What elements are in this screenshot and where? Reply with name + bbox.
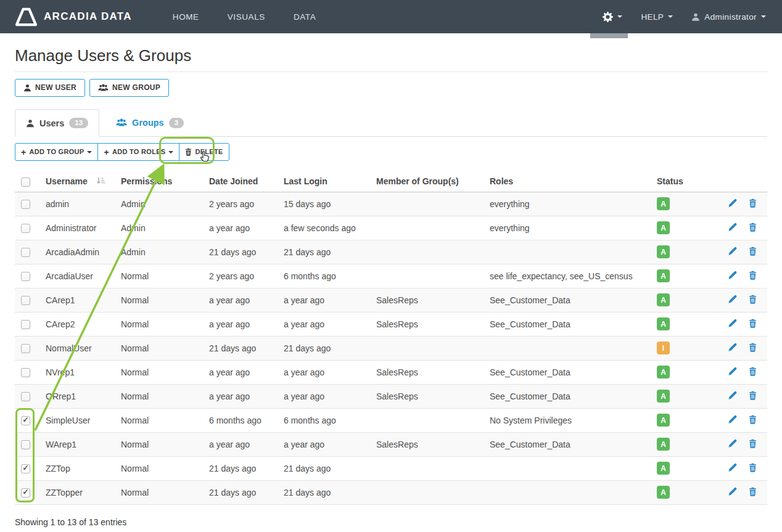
delete-button[interactable]: DELETE <box>179 143 229 161</box>
nav-item-home[interactable]: HOME <box>173 12 199 22</box>
cell-member-of-groups: SalesReps <box>370 312 484 336</box>
edit-user-button[interactable] <box>728 343 737 354</box>
cell-date-joined: 6 months ago <box>203 408 278 432</box>
table-row: ZZTop Normal 21 days ago 21 days ago A <box>15 456 767 480</box>
column-header-date-joined[interactable]: Date Joined <box>203 171 278 192</box>
edit-user-button[interactable] <box>728 271 737 282</box>
delete-user-button[interactable] <box>749 319 757 330</box>
row-checkbox[interactable] <box>21 416 30 425</box>
cell-last-login: a year ago <box>278 360 370 384</box>
delete-user-button[interactable] <box>749 487 757 498</box>
tab-users[interactable]: Users 13 <box>15 109 99 137</box>
delete-user-button[interactable] <box>749 463 757 474</box>
row-checkbox[interactable] <box>21 440 30 449</box>
row-checkbox[interactable] <box>21 296 30 305</box>
tab-bar: Users 13 Groups 3 <box>15 109 767 137</box>
cell-date-joined: a year ago <box>203 384 278 408</box>
new-group-button[interactable]: NEW GROUP <box>89 79 169 97</box>
nav-item-visuals[interactable]: VISUALS <box>228 12 265 22</box>
delete-user-button[interactable] <box>749 198 757 210</box>
cell-last-login: 6 months ago <box>278 264 370 288</box>
status-badge: A <box>657 269 670 282</box>
edit-user-button[interactable] <box>728 391 737 402</box>
cell-permissions: Admin <box>115 192 203 216</box>
edit-user-button[interactable] <box>728 247 737 258</box>
column-header-status[interactable]: Status <box>651 171 712 192</box>
cell-last-login: a year ago <box>278 312 370 336</box>
cell-username: ArcadiaUser <box>39 264 115 288</box>
row-checkbox[interactable] <box>21 272 30 281</box>
add-to-roles-button[interactable]: + ADD TO ROLES <box>97 143 179 161</box>
primary-nav: HOME VISUALS DATA <box>173 12 316 22</box>
brand-text: ARCADIA DATA <box>44 10 132 23</box>
row-checkbox[interactable] <box>21 392 30 401</box>
column-header-last-login[interactable]: Last Login <box>278 171 370 192</box>
cell-roles: See_Customer_Data <box>484 288 651 312</box>
tab-groups[interactable]: Groups 3 <box>105 109 194 136</box>
delete-user-button[interactable] <box>749 295 757 306</box>
table-row: ORrep1 Normal a year ago a year ago Sale… <box>15 384 767 408</box>
gear-icon <box>603 12 613 22</box>
cell-permissions: Admin <box>115 216 203 240</box>
trash-icon <box>749 223 757 232</box>
brand-logo[interactable]: ARCADIA DATA <box>15 7 132 27</box>
cell-permissions: Normal <box>115 360 203 384</box>
edit-user-button[interactable] <box>728 295 737 306</box>
edit-user-button[interactable] <box>728 487 737 498</box>
new-group-label: NEW GROUP <box>112 83 160 92</box>
delete-user-button[interactable] <box>749 343 757 354</box>
add-to-group-button[interactable]: + ADD TO GROUP <box>15 143 98 161</box>
cell-roles <box>484 456 651 480</box>
pencil-icon <box>728 439 737 448</box>
cell-permissions: Normal <box>115 336 203 360</box>
trash-icon <box>749 198 757 208</box>
row-checkbox[interactable] <box>21 488 30 497</box>
edit-user-button[interactable] <box>728 198 737 210</box>
edit-user-button[interactable] <box>728 319 737 330</box>
user-menu[interactable]: Administrator <box>691 12 766 22</box>
delete-user-button[interactable] <box>749 271 757 282</box>
table-row: ArcadiaAdmin Admin 21 days ago 21 days a… <box>15 240 767 264</box>
cell-permissions: Normal <box>115 456 203 480</box>
nav-item-data[interactable]: DATA <box>294 12 316 22</box>
new-user-button[interactable]: NEW USER <box>15 79 85 97</box>
edit-user-button[interactable] <box>728 367 737 378</box>
delete-user-button[interactable] <box>749 223 757 234</box>
edit-user-button[interactable] <box>728 223 737 234</box>
select-all-checkbox[interactable] <box>21 178 30 187</box>
column-header-member-of[interactable]: Member of Group(s) <box>370 171 484 192</box>
cell-date-joined: a year ago <box>203 360 278 384</box>
arcadia-logo-icon <box>15 7 38 27</box>
help-menu[interactable]: HELP <box>641 12 673 22</box>
column-header-permissions[interactable]: Permissions <box>115 171 203 192</box>
row-checkbox[interactable] <box>21 248 30 257</box>
cell-username: CArep1 <box>39 288 115 312</box>
delete-user-button[interactable] <box>749 439 757 450</box>
delete-user-button[interactable] <box>749 367 757 378</box>
delete-user-button[interactable] <box>749 415 757 426</box>
edit-user-button[interactable] <box>728 463 737 474</box>
cell-member-of-groups <box>370 192 484 216</box>
settings-menu[interactable] <box>603 12 622 22</box>
pencil-icon <box>728 223 737 232</box>
delete-user-button[interactable] <box>749 391 757 402</box>
row-checkbox[interactable] <box>21 224 30 233</box>
edit-user-button[interactable] <box>728 439 737 450</box>
status-badge: A <box>657 197 670 210</box>
row-checkbox[interactable] <box>21 464 30 473</box>
delete-user-button[interactable] <box>749 247 757 258</box>
row-checkbox[interactable] <box>21 320 30 329</box>
row-checkbox[interactable] <box>21 368 30 377</box>
row-checkbox[interactable] <box>21 344 30 353</box>
table-row: SimpleUser Normal 6 months ago 6 months … <box>15 408 767 432</box>
column-header-username[interactable]: Username <box>39 171 115 192</box>
cell-last-login: 21 days ago <box>278 480 370 504</box>
cell-username: ZZTop <box>39 456 115 480</box>
edit-user-button[interactable] <box>728 415 737 426</box>
users-group-icon <box>116 118 127 127</box>
row-checkbox[interactable] <box>21 200 30 209</box>
column-header-roles[interactable]: Roles <box>484 171 651 192</box>
status-badge: A <box>657 366 670 379</box>
pencil-icon <box>728 463 737 472</box>
bulk-actions-toolbar: + ADD TO GROUP + ADD TO ROLES DELETE <box>15 143 229 161</box>
